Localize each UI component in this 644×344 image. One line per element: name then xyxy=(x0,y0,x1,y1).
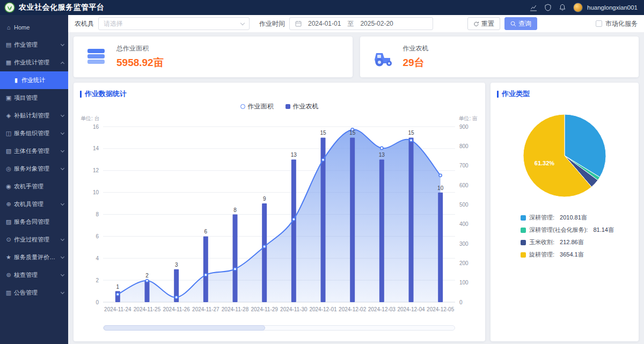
bar-2024-11-28[interactable] xyxy=(233,215,238,303)
bar-2024-12-03[interactable] xyxy=(379,159,384,302)
sidebar-item-label: 主体任务管理 xyxy=(14,147,60,155)
sidebar-item-label: 作业统计管理 xyxy=(14,58,60,67)
svg-text:2024-11-26: 2024-11-26 xyxy=(163,306,190,312)
bar-2024-11-30[interactable] xyxy=(291,159,296,302)
analytics-icon[interactable] xyxy=(530,4,537,11)
document-icon: ▤ xyxy=(5,41,12,48)
stat-card-total-area: 总作业面积 5958.92亩 xyxy=(74,36,353,77)
pie-inner-label: 61.32% xyxy=(535,160,555,166)
sidebar-item-announcement-management[interactable]: ▥公告管理 xyxy=(0,284,68,302)
sidebar-item-label: 作业统计 xyxy=(21,76,65,84)
svg-text:2024-11-24: 2024-11-24 xyxy=(104,306,131,312)
sidebar-item-service-object-management[interactable]: ◎服务对象管理 xyxy=(0,160,68,178)
svg-text:100: 100 xyxy=(459,280,469,286)
datazoom-slider[interactable] xyxy=(103,325,455,331)
svg-text:4: 4 xyxy=(96,255,99,261)
sidebar-item-machinery-management[interactable]: ⊕农机具管理 xyxy=(0,195,68,213)
sidebar-item-label: 作业过程管理 xyxy=(14,236,60,244)
sidebar-item-service-org-management[interactable]: ◫服务组织管理 xyxy=(0,125,68,142)
pie-legend: 深耕管理:2010.81亩深耕管理(社会化服务):81.14亩玉米收割:212.… xyxy=(521,214,639,259)
work-statistics-card: 作业数据统计 作业面积作业农机 024681012141601002003004… xyxy=(74,83,485,341)
title-bar-accent xyxy=(80,91,82,98)
pie-legend-item-玉米收割[interactable]: 玉米收割:212.86亩 xyxy=(521,238,639,246)
legend-item-作业面积[interactable]: 作业面积 xyxy=(240,102,274,111)
machinery-icon: ⊕ xyxy=(5,201,12,208)
chevron-down-icon xyxy=(240,20,245,25)
sidebar-item-label: 服务合同管理 xyxy=(14,218,65,226)
sidebar-item-label: 服务对象管理 xyxy=(14,165,60,173)
chart-legend: 作业面积作业农机 xyxy=(74,102,485,111)
stat-card-machines: 作业农机 29台 xyxy=(360,36,639,77)
svg-text:200: 200 xyxy=(459,260,469,266)
chevron-down-icon xyxy=(61,131,64,135)
date-range-picker[interactable]: 2024-01-01 至 2025-02-20 xyxy=(289,17,433,30)
date-start-value[interactable]: 2024-01-01 xyxy=(308,20,341,27)
app-logo-icon xyxy=(4,2,15,13)
bar-2024-11-27[interactable] xyxy=(203,236,208,302)
sidebar-item-work-management[interactable]: ▤作业管理 xyxy=(0,36,68,54)
chevron-down-icon xyxy=(61,42,64,46)
stat-cards-row: 总作业面积 5958.92亩 作业农机 29台 xyxy=(74,36,639,77)
shield-icon[interactable] xyxy=(544,4,552,11)
chevron-down-icon xyxy=(61,202,64,206)
sidebar-item-work-process-management[interactable]: ⊙作业过程管理 xyxy=(0,231,68,248)
bar-2024-12-04[interactable] xyxy=(409,137,414,302)
sidebar-item-work-statistics-management[interactable]: ▦作业统计管理 xyxy=(0,54,68,71)
sidebar-item-subject-task-management[interactable]: ▧主体任务管理 xyxy=(0,142,68,160)
market-service-checkbox[interactable]: 市场化服务 xyxy=(596,19,638,28)
home-icon: ⌂ xyxy=(5,24,12,31)
bar-2024-12-02[interactable] xyxy=(350,137,355,302)
sidebar-item-label: 农机手管理 xyxy=(14,182,65,191)
sidebar-item-home[interactable]: ⌂Home xyxy=(0,18,68,36)
sidebar-item-service-contract-management[interactable]: ▨服务合同管理 xyxy=(0,213,68,231)
pie-card-title: 作业类型 xyxy=(491,83,639,99)
legend-item-作业农机[interactable]: 作业农机 xyxy=(286,102,319,111)
sidebar-item-machine-operator-management[interactable]: ◉农机手管理 xyxy=(0,178,68,195)
svg-text:2024-12-02: 2024-12-02 xyxy=(339,306,367,312)
svg-text:10: 10 xyxy=(437,185,444,191)
svg-text:2024-11-27: 2024-11-27 xyxy=(192,306,219,312)
svg-text:16: 16 xyxy=(93,124,99,130)
pie-chart-canvas[interactable]: 61.32% xyxy=(491,106,639,206)
pie-legend-item-旋耕管理[interactable]: 旋耕管理:3654.1亩 xyxy=(521,251,639,259)
username[interactable]: huanglongxian001 xyxy=(587,4,638,11)
query-button[interactable]: 查询 xyxy=(504,17,537,30)
search-icon xyxy=(510,21,516,27)
contract-icon: ▨ xyxy=(5,218,12,225)
legend-marker xyxy=(521,228,526,233)
date-end-value[interactable]: 2025-02-20 xyxy=(360,20,393,27)
svg-text:13: 13 xyxy=(291,152,297,158)
checkbox-icon[interactable] xyxy=(596,20,602,27)
datazoom-selected-range[interactable] xyxy=(104,325,265,331)
sidebar: ⌂Home▤作业管理▦作业统计管理▮作业统计▣项目管理◈补贴计划管理◫服务组织管… xyxy=(0,15,68,344)
pie-legend-label: 旋耕管理: xyxy=(529,251,554,259)
chevron-down-icon xyxy=(61,113,64,117)
query-button-label: 查询 xyxy=(518,19,531,28)
svg-text:700: 700 xyxy=(459,163,469,169)
app-title: 农业社会化服务监管平台 xyxy=(19,3,105,12)
sidebar-item-project-management[interactable]: ▣项目管理 xyxy=(0,89,68,107)
pie-legend-item-深耕管理[interactable]: 深耕管理:2010.81亩 xyxy=(521,214,639,222)
bar-chart-icon: ▮ xyxy=(13,77,19,84)
reset-button[interactable]: 重置 xyxy=(467,17,500,30)
legend-marker xyxy=(521,240,526,245)
bar-2024-11-25[interactable] xyxy=(145,280,150,302)
stat-label: 作业农机 xyxy=(403,44,429,53)
svg-text:600: 600 xyxy=(459,182,469,188)
user-avatar[interactable] xyxy=(573,3,583,12)
sidebar-item-verification-management[interactable]: ⊚核查管理 xyxy=(0,266,68,284)
svg-text:2: 2 xyxy=(96,277,99,283)
pie-legend-item-深耕管理(社会化服务)[interactable]: 深耕管理(社会化服务):81.14亩 xyxy=(521,226,639,234)
svg-text:6: 6 xyxy=(96,233,99,239)
svg-text:2024-11-30: 2024-11-30 xyxy=(280,306,308,312)
bar-2024-11-29[interactable] xyxy=(262,203,267,302)
machine-select[interactable]: 请选择 xyxy=(98,17,250,30)
bar-2024-12-05[interactable] xyxy=(438,193,443,302)
target-icon: ◎ xyxy=(5,165,12,172)
sidebar-item-subsidy-plan-management[interactable]: ◈补贴计划管理 xyxy=(0,107,68,125)
combo-chart-canvas[interactable]: 0246810121416010020030040050060070080090… xyxy=(77,113,481,323)
calendar-icon xyxy=(295,20,302,27)
sidebar-item-work-statistics[interactable]: ▮作业统计 xyxy=(0,71,68,89)
notifications-bell-icon[interactable] xyxy=(559,4,566,11)
sidebar-item-service-quality-evaluation[interactable]: ★服务质量评价管理 xyxy=(0,248,68,266)
